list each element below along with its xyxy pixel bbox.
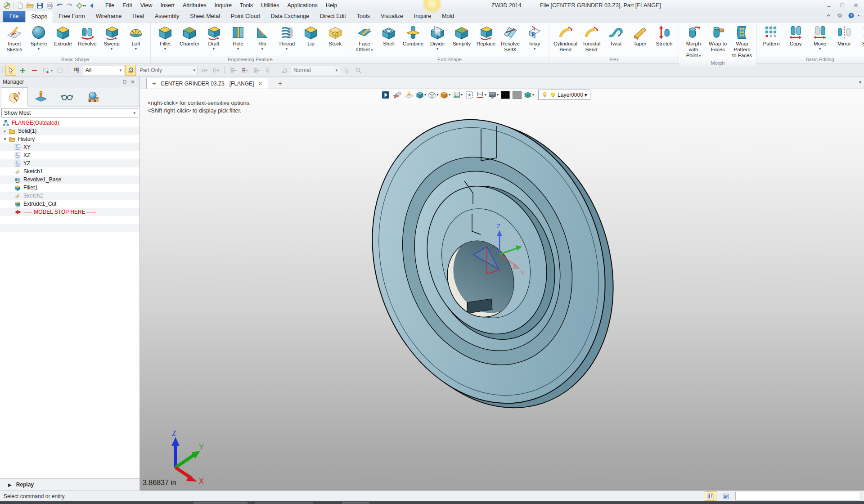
snap-zoom-icon[interactable] <box>353 65 364 76</box>
layer-combobox[interactable]: Layer0000▾ <box>538 90 590 100</box>
snap-rotate-icon[interactable] <box>279 65 290 76</box>
chevron-down-icon[interactable]: ▾ <box>436 47 438 51</box>
pick-list-icon[interactable] <box>227 65 238 76</box>
tree-item-sketch2[interactable]: Sketch2 <box>0 192 140 200</box>
wireframe-cube-icon[interactable]: ▾ <box>428 90 438 100</box>
extrude-button[interactable]: Extrude <box>51 24 75 47</box>
chevron-down-icon[interactable]: ▾ <box>111 47 112 51</box>
menu-utilities[interactable]: Utilities <box>257 1 283 10</box>
tab-close-icon[interactable] <box>257 81 263 86</box>
toolbar-toggle-icon[interactable] <box>705 491 716 501</box>
menu-attributes[interactable]: Attributes <box>179 1 211 10</box>
tree-item-yz[interactable]: 312YZ <box>0 159 140 167</box>
chevron-down-icon[interactable]: ▾ <box>424 93 426 97</box>
restore-button[interactable] <box>837 1 848 9</box>
close-button[interactable] <box>850 1 861 9</box>
app-logo-icon[interactable] <box>2 1 12 10</box>
menu-view[interactable]: View <box>136 1 157 10</box>
taper-button[interactable]: Taper <box>628 24 652 47</box>
toolbar-grip[interactable] <box>1 66 4 75</box>
combine-button[interactable]: Combine <box>401 24 425 47</box>
pick-scope-icon[interactable] <box>125 65 136 76</box>
chevron-down-icon[interactable]: ▾ <box>497 93 499 97</box>
gear-icon[interactable] <box>837 12 843 19</box>
manager-tab-constraint[interactable] <box>28 87 54 106</box>
exit-icon[interactable] <box>380 90 391 100</box>
tree-item-solid-1[interactable]: ▸Solid(1) <box>0 127 140 135</box>
cylindrical-bend-button[interactable]: Cylindrical Bend <box>552 24 579 53</box>
inlay-button[interactable]: EInlay▾ <box>522 24 547 51</box>
menu-tools[interactable]: Tools <box>236 1 257 10</box>
tree-item-model-stop-here[interactable]: ----- MODEL STOP HERE ----- <box>0 208 140 216</box>
related-parts-icon[interactable] <box>211 65 221 76</box>
remove-selection-icon[interactable] <box>29 65 40 76</box>
chevron-down-icon[interactable]: ▾ <box>135 47 137 51</box>
add-selection-icon[interactable] <box>17 65 28 76</box>
chevron-down-icon[interactable]: ▾ <box>485 93 486 97</box>
open-file-icon[interactable] <box>25 1 35 10</box>
manager-tab-render-manager[interactable] <box>80 87 106 106</box>
sphere-button[interactable]: Sphere▾ <box>27 24 51 51</box>
menu-help[interactable]: Help <box>322 1 342 10</box>
lip-button[interactable]: Lip <box>299 24 323 47</box>
pick-list-filtered-icon[interactable] <box>239 65 250 76</box>
shell-button[interactable]: Shell <box>377 24 401 47</box>
thread-button[interactable]: Thread▾ <box>274 24 299 51</box>
collapse-ribbon-icon[interactable] <box>825 12 832 19</box>
ribbon-tab-mold[interactable]: Mold <box>436 11 459 22</box>
related-entities-icon[interactable] <box>199 65 210 76</box>
chevron-down-icon[interactable]: ▾ <box>261 47 263 51</box>
menu-insert[interactable]: Insert <box>157 1 179 10</box>
chevron-down-icon[interactable]: ▾ <box>84 4 86 8</box>
ribbon-tab-tools[interactable]: Tools <box>351 11 375 22</box>
stretch-button[interactable]: Stretch <box>652 24 676 47</box>
tree-item-fillet1[interactable]: Fillet1 <box>0 184 140 192</box>
ribbon-tab-point-cloud[interactable]: Point Cloud <box>225 11 266 22</box>
tab-list-dropdown-icon[interactable]: ▾ <box>859 80 861 85</box>
simplify-button[interactable]: Simplify <box>450 24 474 47</box>
chevron-down-icon[interactable]: ▾ <box>286 47 288 51</box>
ribbon-tab-data-exchange[interactable]: Data Exchange <box>266 11 315 22</box>
scope-filter-combobox[interactable]: Part Only▾ <box>137 66 198 75</box>
flange-model[interactable]: Z X <box>140 77 864 490</box>
hole-button[interactable]: Hole▾ <box>226 24 250 51</box>
tab-file[interactable]: File <box>3 11 25 22</box>
panel-close-icon[interactable] <box>129 78 137 86</box>
menu-edit[interactable]: Edit <box>118 1 136 10</box>
minimize-button[interactable] <box>824 1 834 9</box>
chevron-down-icon[interactable]: ▾ <box>38 47 40 51</box>
panel-restore-icon[interactable] <box>121 78 129 86</box>
new-file-icon[interactable] <box>15 1 25 10</box>
pick-list-all-icon[interactable] <box>251 65 261 76</box>
command-input[interactable] <box>735 492 860 500</box>
chamfer-button[interactable]: Chamfer <box>177 24 202 47</box>
ribbon-tab-assembly[interactable]: Assembly <box>149 11 184 22</box>
eraser-icon[interactable] <box>392 90 402 100</box>
save-icon[interactable] <box>35 1 45 10</box>
tree-filter-combobox[interactable]: Show Most▾ <box>1 108 138 117</box>
chevron-down-icon[interactable]: ▾ <box>461 93 463 97</box>
mirror-button[interactable]: Mirror <box>832 24 856 47</box>
new-document-tab-button[interactable] <box>275 79 285 87</box>
fit-view-icon[interactable] <box>464 90 474 100</box>
chevron-down-icon[interactable]: ▾ <box>164 47 166 51</box>
fillet-button[interactable]: Fillet▾ <box>153 24 177 51</box>
gray-color-swatch[interactable] <box>512 90 522 100</box>
redo-icon[interactable] <box>64 1 74 10</box>
ribbon-tab-visualize[interactable]: Visualize <box>375 11 409 22</box>
resolve-selfx-button[interactable]: Resolve SelfX <box>498 24 522 53</box>
chevron-down-icon[interactable]: ▾ <box>237 47 239 51</box>
chevron-down-icon[interactable]: ▾ <box>585 92 587 98</box>
draft-button[interactable]: Draft▾ <box>202 24 226 51</box>
morph-with-point-button[interactable]: Morph with Point ▾ <box>681 24 706 59</box>
manager-tab-visual-manager[interactable] <box>54 87 80 106</box>
collapse-icon[interactable]: ▾ <box>2 137 8 141</box>
chevron-down-icon[interactable]: ▾ <box>819 47 821 51</box>
replace-button[interactable]: Replace <box>474 24 498 47</box>
window-select-icon[interactable] <box>40 65 51 76</box>
chevron-down-icon[interactable]: ▾ <box>449 93 450 97</box>
help-icon[interactable]: ? <box>848 12 855 19</box>
divide-button[interactable]: Divide▾ <box>425 24 450 51</box>
wrap-to-faces-button[interactable]: Wrap to Faces <box>706 24 730 53</box>
lasso-select-icon[interactable] <box>54 65 65 76</box>
